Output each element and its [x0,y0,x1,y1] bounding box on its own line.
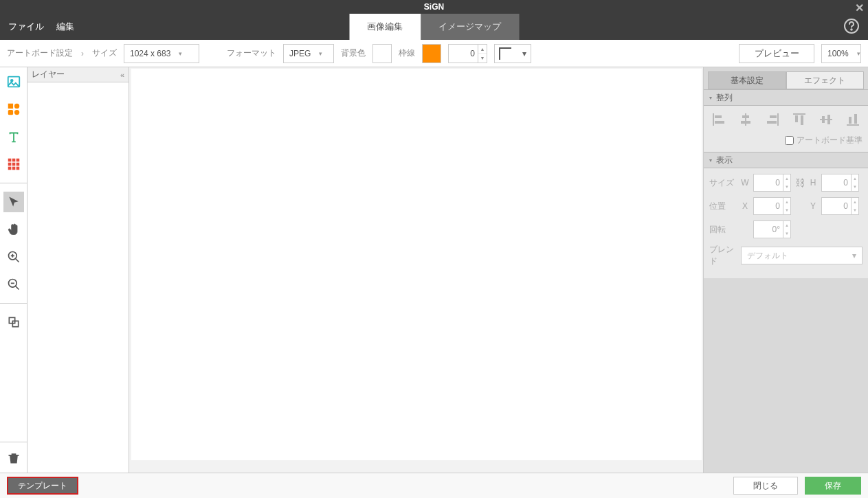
menu-file[interactable]: ファイル [8,21,44,33]
canvas[interactable] [131,69,702,460]
svg-rect-15 [12,167,15,170]
prop-size-label: サイズ [709,177,737,189]
svg-rect-10 [16,159,19,162]
svg-rect-28 [770,115,777,118]
chevron-down-icon: ▾ [852,251,856,260]
bgcolor-swatch[interactable] [372,44,392,63]
tool-grid[interactable] [3,154,24,174]
close-icon[interactable]: ✕ [855,1,864,15]
app-title: SiGN [424,2,444,12]
help-icon[interactable] [843,18,860,37]
menu-edit[interactable]: 編集 [56,21,74,33]
width-input[interactable] [753,174,783,192]
svg-rect-9 [12,159,15,162]
titlebar: SiGN ✕ [0,0,868,14]
svg-rect-25 [742,115,749,118]
close-button[interactable]: 閉じる [733,477,798,495]
chevron-down-icon: ▾ [522,49,526,58]
tool-image[interactable] [3,71,24,92]
tool-zoom-out[interactable] [3,274,24,295]
align-top[interactable] [791,111,808,128]
rotation-input[interactable] [753,220,783,238]
svg-rect-30 [793,113,805,115]
width-spinner[interactable]: ▲▼ [783,174,791,192]
tool-text[interactable] [3,126,24,147]
y-spinner[interactable]: ▲▼ [852,197,859,215]
svg-rect-37 [849,117,852,124]
svg-rect-8 [8,159,11,162]
svg-rect-12 [12,163,15,166]
tool-zoom-in[interactable] [3,247,24,267]
svg-point-1 [851,29,852,30]
preview-button[interactable]: プレビュー [739,44,814,63]
chevron-down-icon: ▾ [179,50,182,57]
zoom-select[interactable]: 100%▾ [821,44,861,63]
svg-rect-4 [8,104,12,109]
chevron-right-icon: › [81,49,84,58]
prop-rotation-label: 回転 [709,224,737,236]
chevron-down-icon: ▾ [709,157,712,163]
svg-rect-11 [8,163,11,166]
tool-copy[interactable] [3,312,24,332]
svg-point-5 [14,104,19,109]
tool-palette [0,67,27,473]
border-width-input[interactable] [448,44,478,63]
blend-select[interactable]: デフォルト ▾ [741,247,863,264]
tab-image-edit[interactable]: 画像編集 [349,14,421,40]
svg-rect-22 [715,115,722,118]
tool-hand[interactable] [3,219,24,240]
breadcrumb-artboard[interactable]: アートボード設定 [7,47,73,59]
border-label: 枠線 [399,47,415,59]
rotation-spinner[interactable]: ▲▼ [783,220,791,238]
format-label: フォーマット [227,47,276,59]
tool-shapes[interactable] [3,99,24,120]
height-input[interactable] [821,174,852,192]
align-bottom[interactable] [845,111,861,128]
height-spinner[interactable]: ▲▼ [852,174,859,192]
border-color-swatch[interactable] [422,44,441,63]
tab-image-map[interactable]: イメージマップ [421,14,519,40]
x-input[interactable] [753,197,783,215]
svg-rect-36 [847,124,859,126]
svg-rect-24 [745,113,746,126]
size-select[interactable]: 1024 x 683▾ [124,44,199,63]
save-button[interactable]: 保存 [805,477,861,495]
tool-delete[interactable] [3,448,24,468]
svg-point-7 [14,110,19,115]
x-spinner[interactable]: ▲▼ [783,197,791,215]
y-input[interactable] [821,197,852,215]
template-button[interactable]: テンプレート [7,477,78,495]
svg-rect-32 [801,115,803,125]
layer-title: レイヤー [32,69,65,80]
align-left[interactable] [711,111,727,128]
svg-rect-33 [820,119,832,120]
svg-rect-6 [8,110,12,115]
menubar: ファイル 編集 画像編集 イメージマップ [0,14,868,40]
align-right[interactable] [764,111,781,128]
format-select[interactable]: JPEG▾ [283,44,334,63]
tab-effect[interactable]: エフェクト [786,71,865,89]
footer: テンプレート 閉じる 保存 [0,473,868,498]
svg-rect-21 [713,113,714,126]
section-align-header[interactable]: ▾ 整列 [704,89,868,106]
artboard-ref-checkbox[interactable] [785,136,794,145]
svg-rect-16 [16,167,19,170]
svg-point-3 [10,80,12,82]
align-center-v[interactable] [818,111,834,128]
align-center-h[interactable] [737,111,754,128]
tool-select[interactable] [3,192,24,212]
svg-rect-35 [827,115,830,124]
border-style-icon [499,47,511,60]
border-style-select[interactable]: ▾ [494,44,531,63]
canvas-area [129,67,703,473]
link-icon[interactable]: ⛓ [795,177,805,188]
artboard-ref-label: アートボード基準 [797,135,863,146]
size-label: サイズ [92,47,117,59]
section-display-header[interactable]: ▾ 表示 [704,152,868,168]
tab-basic-settings[interactable]: 基本設定 [708,71,786,89]
prop-blend-label: ブレンド [709,244,737,267]
collapse-icon[interactable]: « [120,71,124,79]
svg-rect-34 [822,116,825,123]
svg-rect-29 [767,121,777,124]
border-width-spinner[interactable]: ▲▼ [478,44,487,63]
